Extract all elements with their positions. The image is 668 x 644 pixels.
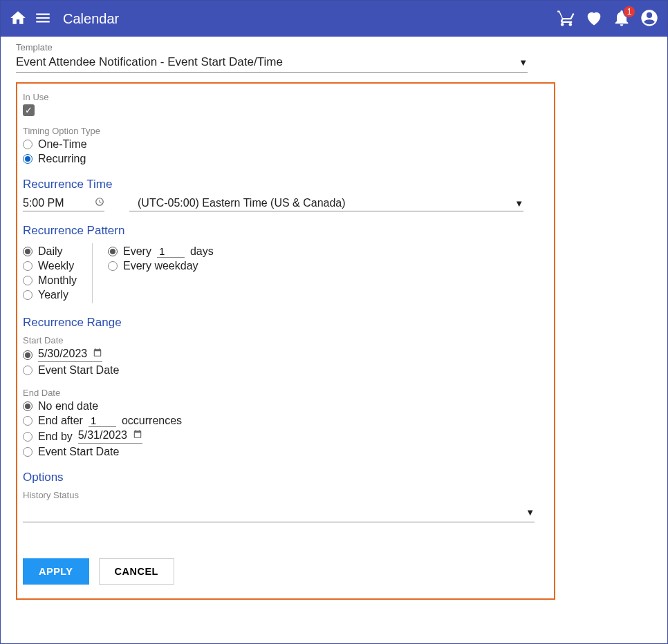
radio-icon	[23, 416, 33, 426]
end-date-label: End Date	[23, 388, 540, 398]
template-value: Event Attendee Notification - Event Star…	[16, 55, 283, 69]
pattern-monthly[interactable]: Monthly	[23, 274, 77, 287]
radio-selected-icon	[23, 350, 33, 360]
start-date-label: Start Date	[23, 335, 540, 345]
clock-icon	[95, 197, 104, 209]
radio-icon	[23, 432, 33, 442]
calendar-icon[interactable]	[133, 429, 142, 442]
home-icon[interactable]	[9, 9, 27, 29]
radio-selected-icon	[23, 154, 33, 164]
end-after-n[interactable]: End after occurrences	[23, 415, 540, 427]
recurrence-pattern-heading: Recurrence Pattern	[23, 224, 540, 238]
end-by-date-value[interactable]: 5/31/2023	[78, 429, 127, 442]
end-after-input[interactable]	[89, 415, 116, 427]
timing-type-label: Timing Option Type	[23, 126, 540, 136]
recurrence-time-input[interactable]: 5:00 PM	[23, 197, 104, 211]
recurrence-time-heading: Recurrence Time	[23, 178, 540, 191]
cancel-button[interactable]: CANCEL	[99, 558, 174, 585]
page-title: Calendar	[63, 11, 119, 27]
end-event-start[interactable]: Event Start Date	[23, 446, 540, 458]
recurrence-range-heading: Recurrence Range	[23, 316, 540, 330]
check-icon: ✓	[25, 105, 33, 115]
pattern-weekly[interactable]: Weekly	[23, 260, 77, 272]
radio-icon	[23, 276, 33, 285]
radio-selected-icon	[23, 401, 33, 411]
radio-icon	[23, 447, 33, 457]
timezone-select[interactable]: (UTC-05:00) Eastern Time (US & Canada) ▼	[129, 197, 523, 211]
cart-icon[interactable]	[557, 8, 576, 30]
every-days-input[interactable]	[157, 245, 185, 258]
radio-selected-icon	[23, 247, 33, 256]
options-heading: Options	[23, 471, 540, 484]
history-status-label: History Status	[23, 490, 540, 500]
notifications-icon[interactable]: 1	[612, 8, 631, 30]
end-no-end[interactable]: No end date	[23, 400, 540, 413]
history-status-select[interactable]: ▼	[23, 503, 535, 522]
radio-icon	[23, 261, 33, 271]
menu-icon[interactable]	[34, 9, 52, 29]
chevron-down-icon: ▼	[526, 507, 535, 518]
account-icon[interactable]	[640, 8, 659, 30]
radio-selected-icon	[108, 247, 118, 256]
radio-icon	[23, 366, 33, 375]
highlighted-form-section: In Use ✓ Timing Option Type One-Time Rec…	[16, 82, 555, 600]
pattern-daily[interactable]: Daily	[23, 245, 77, 258]
end-by-date[interactable]: End by 5/31/2023	[23, 429, 540, 444]
chevron-down-icon: ▼	[514, 198, 523, 209]
start-event-start[interactable]: Event Start Date	[23, 364, 540, 377]
start-date-specific[interactable]: 5/30/2023	[23, 348, 540, 362]
pattern-every-n-days[interactable]: Every days	[108, 245, 214, 258]
chevron-down-icon: ▼	[519, 57, 528, 68]
timing-onetime[interactable]: One-Time	[23, 138, 540, 151]
appbar: Calendar 1	[1, 1, 667, 37]
timing-recurring[interactable]: Recurring	[23, 153, 540, 165]
pattern-yearly[interactable]: Yearly	[23, 289, 77, 301]
calendar-icon[interactable]	[93, 348, 102, 360]
radio-icon	[23, 290, 33, 300]
template-select[interactable]: Event Attendee Notification - Event Star…	[16, 54, 528, 73]
heart-icon[interactable]	[584, 8, 604, 30]
radio-icon	[23, 140, 33, 149]
in-use-checkbox[interactable]: ✓	[23, 104, 35, 116]
radio-icon	[108, 261, 118, 271]
start-date-value[interactable]: 5/30/2023	[38, 348, 87, 360]
template-label: Template	[16, 42, 652, 53]
notification-badge: 1	[623, 6, 635, 18]
apply-button[interactable]: APPLY	[23, 558, 89, 585]
pattern-every-weekday[interactable]: Every weekday	[108, 260, 214, 272]
in-use-label: In Use	[23, 92, 540, 102]
